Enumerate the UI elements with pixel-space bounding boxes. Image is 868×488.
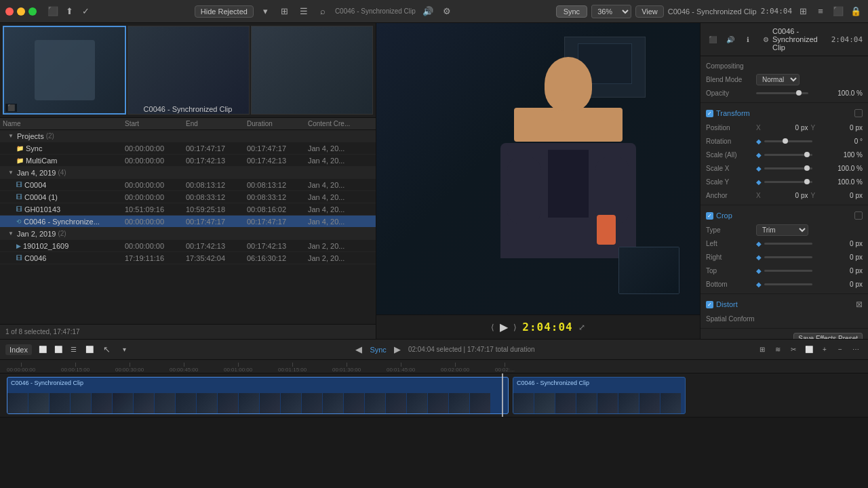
inspector-nav-icon[interactable]: ⬛ [706,33,719,46]
blend-mode-select[interactable]: Normal Multiply Screen [756,74,800,85]
app-icon: ⬛ [46,5,60,18]
ruler-mark: 00:02:00:00 [441,363,469,373]
list-item[interactable]: 🎞 C0004 00:00:00:00 00:08:13:12 00:08:13… [0,179,376,191]
inspector-info-icon[interactable]: ℹ [741,33,755,46]
share-icon[interactable]: ⬆ [62,5,76,18]
blade-icon[interactable]: ✂ [787,343,800,357]
scale-x-slider[interactable] [764,167,812,169]
bottom-slider[interactable] [764,283,812,285]
list-item[interactable]: 🎞 GH010143 10:51:09:16 10:59:25:18 00:08… [0,203,376,216]
ruler-mark: 00:00:30:00 [115,363,144,373]
settings-icon[interactable]: ⚙ [440,5,454,18]
zoom-out-icon[interactable]: − [833,343,847,357]
distort-checkbox[interactable]: ✓ [706,301,713,308]
top-slider[interactable] [764,270,812,272]
col-end-header[interactable]: End [183,120,244,127]
position-x: 0 px [764,124,808,131]
list-view-icon[interactable]: ☰ [297,5,311,18]
crop-type-select[interactable]: Trim Crop Ken Burns [756,224,808,236]
preview-video[interactable] [376,23,700,314]
lock-icon[interactable]: 🔒 [849,5,863,18]
zoom-in-icon[interactable]: + [818,343,831,357]
clip-height-icon[interactable]: ⬜ [802,343,816,357]
col-name-header[interactable]: Name [0,120,122,127]
audio-waveform-icon[interactable]: ≋ [771,343,785,357]
down-arrow-icon[interactable]: ▾ [259,5,273,18]
rotation-slider[interactable] [764,140,812,142]
left-slider[interactable] [764,243,812,245]
timeline-playhead[interactable] [502,373,503,417]
transform-reset-icon[interactable] [854,109,863,117]
view-options-icon[interactable]: ⬜ [83,343,96,357]
close-button[interactable] [5,7,14,16]
view-button[interactable]: View [635,5,664,18]
list-item[interactable]: ⟲ C0046 - Synchronize... 00:00:00:00 00:… [0,216,376,228]
crop-title-row[interactable]: ✓ Crop [706,208,863,223]
list-item[interactable]: ▼ Projects (2) [0,130,376,142]
distort-icon[interactable]: ⊠ [856,300,863,309]
preview-area: ⟨ ▶ ⟩ 2:04:04 ⤢ [376,23,700,339]
tab-index[interactable]: Index [5,344,32,355]
timeline-toolbar: Index ⬜ ⬜ ☰ ⬜ ↖ ▾ ◀ Sync ▶ 02:04:04 sele… [0,340,868,360]
frame-forward-icon[interactable]: ⟩ [513,323,517,332]
preview-timecode: 2:04:04 [522,321,572,333]
col-dur-header[interactable]: Duration [244,120,305,127]
maximize-button[interactable] [28,7,37,16]
inspector-gear-icon[interactable]: ⚙ [759,33,772,46]
crop-checkbox[interactable]: ✓ [706,212,713,220]
col-content-header[interactable]: Content Cre... [305,120,366,127]
scale-y-slider[interactable] [764,181,812,183]
transform-title-row[interactable]: ✓ Transform [706,106,863,121]
list-item[interactable]: ▼ Jan 4, 2019 (4) [0,167,376,179]
clip-status-label: C0046 - Synchronized Clip [335,7,416,15]
video-overlay [618,247,679,294]
film-icon[interactable]: ⬜ [36,343,50,357]
cursor-icon[interactable]: ↖ [100,343,114,357]
list-item[interactable]: ▼ Jan 2, 2019 (2) [0,228,376,240]
row-end: 17:35:42:04 [183,254,244,262]
zoom-select[interactable]: 36% 50% 100% [591,5,631,18]
browser-panel: ⬛ C0046 - Synchronized Clip Name Start E… [0,23,376,339]
fullscreen-icon[interactable]: ⤢ [578,323,585,332]
toolbar-icon-3[interactable]: ⬛ [831,5,845,18]
toolbar-icon-1[interactable]: ⊞ [796,5,810,18]
crop-reset-icon[interactable] [854,211,863,220]
list-item[interactable]: 🎞 C0046 17:19:11:16 17:35:42:04 06:16:30… [0,252,376,264]
save-effects-button[interactable]: Save Effects Preset [793,333,863,339]
opacity-slider[interactable] [756,92,808,94]
list-item[interactable]: ▶ 190102_1609 00:00:00:00 00:17:42:13 00… [0,240,376,252]
stack-icon[interactable]: ⬜ [52,343,65,357]
thumbnail-3[interactable] [251,26,373,115]
list-icon[interactable]: ☰ [67,343,81,357]
timeline-clip-1[interactable]: C0046 - Synchronized Clip [7,377,509,414]
list-item[interactable]: 📁 Sync 00:00:00:00 00:17:47:17 00:17:47:… [0,142,376,155]
opacity-value: 100.0 % [811,89,863,97]
frame-back-icon[interactable]: ⟨ [491,323,494,332]
inspector-audio-icon[interactable]: 🔊 [724,33,737,46]
thumbnail-2[interactable] [127,26,250,115]
sync-button[interactable]: Sync [556,5,587,18]
clip-view-icon[interactable]: ⊞ [278,5,292,18]
hide-rejected-button[interactable]: Hide Rejected [195,5,254,18]
thumbnail-1[interactable]: ⬛ [3,26,126,115]
play-button[interactable]: ▶ [500,321,508,333]
list-item[interactable]: 📁 MultiCam 00:00:00:00 00:17:42:13 00:17… [0,155,376,167]
spatial-conform-label: Spatial Conform [706,315,755,323]
nav-next-icon[interactable]: ▶ [391,343,404,357]
scale-slider[interactable] [764,154,812,156]
toolbar-icon-2[interactable]: ≡ [814,5,827,18]
timeline-clip-2[interactable]: C0046 - Synchronized Clip [513,377,686,414]
more-options-icon[interactable]: ⋯ [849,343,863,357]
col-start-header[interactable]: Start [122,120,183,127]
search-icon[interactable]: ⌕ [316,5,330,18]
transform-checkbox[interactable]: ✓ [706,110,713,117]
minimize-button[interactable] [17,7,25,16]
right-slider[interactable] [764,256,812,258]
nav-prev-icon[interactable]: ◀ [352,343,366,357]
zoom-fit-icon[interactable]: ⊞ [755,343,769,357]
audio-icon[interactable]: 🔊 [421,5,435,18]
timeline-tracks: C0046 - Synchronized Clip [0,373,868,488]
list-item[interactable]: 🎞 C0004 (1) 00:00:00:00 00:08:33:12 00:0… [0,191,376,203]
cursor-down-icon[interactable]: ▾ [118,343,132,357]
distort-title-row[interactable]: ✓ Distort ⊠ [706,297,863,312]
